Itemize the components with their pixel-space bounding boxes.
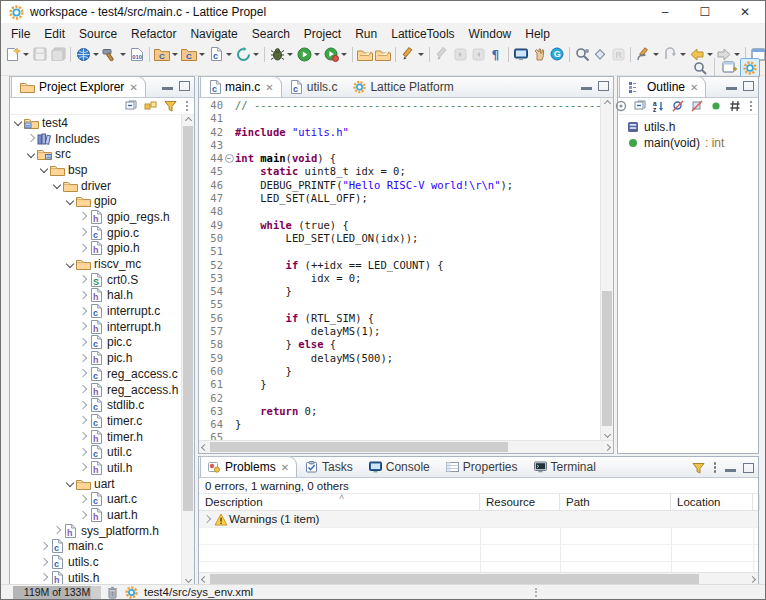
lattice-propel-perspective-button[interactable] — [740, 58, 760, 78]
chevron-right-icon[interactable] — [40, 542, 49, 551]
chevron-down-icon[interactable] — [40, 165, 49, 174]
maximize-view-icon[interactable] — [179, 81, 190, 91]
tree-item-interrupt.h[interactable]: hinterrupt.h — [10, 319, 181, 335]
dropdown-caret-icon[interactable] — [418, 53, 424, 56]
tree-item-uart.c[interactable]: cuart.c — [10, 492, 181, 508]
maximize-editor-icon[interactable] — [598, 81, 609, 91]
code-line[interactable]: 54 } — [199, 285, 600, 298]
dropdown-caret-icon[interactable] — [199, 53, 205, 56]
chevron-right-icon[interactable] — [79, 416, 88, 425]
view-menu-icon[interactable] — [184, 101, 191, 112]
dropdown-caret-icon[interactable] — [253, 53, 259, 56]
chevron-down-icon[interactable] — [66, 479, 75, 488]
debug-button[interactable] — [268, 45, 295, 63]
dropdown-caret-icon[interactable] — [734, 53, 740, 56]
menu-latticetools[interactable]: LatticeTools — [384, 25, 461, 43]
minimize-window-button[interactable]: – — [645, 1, 685, 23]
code-line[interactable]: 42#include "utils.h" — [199, 126, 600, 139]
close-icon[interactable]: ✕ — [281, 462, 289, 473]
build-binaries-button[interactable]: 010 — [128, 45, 146, 63]
pin-editor-button[interactable] — [530, 45, 548, 63]
menu-search[interactable]: Search — [245, 25, 297, 43]
minimize-view-icon[interactable] — [726, 82, 737, 90]
hide-static-icon[interactable] — [691, 98, 704, 114]
fold-marker-icon[interactable]: − — [223, 152, 235, 165]
profile-button[interactable] — [322, 45, 349, 63]
toggle-edit-mode-button[interactable] — [399, 45, 426, 63]
chevron-right-icon[interactable] — [79, 338, 88, 347]
tab-outline[interactable]: Outline ✕ — [619, 76, 706, 97]
view-tab-tasks[interactable]: Tasks — [297, 456, 361, 477]
tree-item-hal.h[interactable]: hhal.h — [10, 288, 181, 304]
menu-run[interactable]: Run — [348, 25, 384, 43]
dropdown-caret-icon[interactable] — [707, 53, 713, 56]
code-line[interactable]: 48 — [199, 205, 600, 218]
menu-edit[interactable]: Edit — [37, 25, 72, 43]
hide-fields-icon[interactable] — [672, 98, 685, 114]
problems-row-warnings[interactable]: Warnings (1 item) — [199, 511, 758, 528]
editor-tab-utils-c[interactable]: cutils.c — [282, 76, 346, 97]
code-line[interactable]: 43 — [199, 139, 600, 152]
tree-item-utils.c[interactable]: cutils.c — [10, 554, 181, 570]
view-menu-icon[interactable] — [748, 101, 755, 112]
chevron-right-icon[interactable] — [79, 463, 88, 472]
editor-tab-main-c[interactable]: cmain.c✕ — [200, 76, 282, 97]
new-cpp-project-button[interactable]: C — [180, 45, 207, 63]
code-line[interactable]: 50 LED_SET(LED_ON(idx)); — [199, 232, 600, 245]
chevron-down-icon[interactable] — [66, 260, 75, 269]
tree-item-pic.c[interactable]: cpic.c — [10, 335, 181, 351]
collapse-all-icon[interactable] — [634, 98, 647, 114]
open-file-button[interactable] — [374, 45, 392, 63]
tree-item-uart[interactable]: uart — [10, 476, 181, 492]
menu-project[interactable]: Project — [297, 25, 348, 43]
filter-hash-icon[interactable] — [729, 98, 742, 114]
code-line[interactable]: 41 — [199, 112, 600, 125]
code-line[interactable]: 57 delayMS(1); — [199, 325, 600, 338]
dropdown-caret-icon[interactable] — [23, 53, 29, 56]
tab-project-explorer[interactable]: Project Explorer ✕ — [11, 76, 146, 97]
column-header-description[interactable]: ˄Description — [199, 494, 480, 510]
filter-icon[interactable] — [164, 98, 178, 114]
chevron-right-icon[interactable] — [79, 369, 88, 378]
scroll-right-icon[interactable] — [602, 442, 613, 453]
chevron-right-icon[interactable] — [79, 212, 88, 221]
chevron-down-icon[interactable] — [14, 118, 23, 127]
project-tree-scrollbar[interactable] — [181, 115, 194, 585]
dropdown-caret-icon[interactable] — [287, 53, 293, 56]
scroll-down-icon[interactable] — [602, 429, 613, 440]
code-line[interactable]: 45 static uint8_t idx = 0; — [199, 165, 600, 178]
chevron-right-icon[interactable] — [79, 228, 88, 237]
menu-refactor[interactable]: Refactor — [124, 25, 183, 43]
chevron-right-icon[interactable] — [79, 322, 88, 331]
code-editor[interactable]: 40// -----------------------------------… — [199, 98, 600, 440]
collapse-all-icon[interactable] — [124, 98, 138, 114]
code-line[interactable]: 47 LED_SET(ALL_OFF); — [199, 192, 600, 205]
tree-item-main.c[interactable]: cmain.c — [10, 539, 181, 555]
code-line[interactable]: 64} — [199, 418, 600, 431]
tree-item-stdlib.c[interactable]: cstdlib.c — [10, 397, 181, 413]
dropdown-caret-icon[interactable] — [653, 53, 659, 56]
tree-item-pic.h[interactable]: hpic.h — [10, 350, 181, 366]
chevron-down-icon[interactable] — [27, 150, 36, 159]
tree-item-timer.c[interactable]: ctimer.c — [10, 413, 181, 429]
chevron-right-icon[interactable] — [40, 573, 49, 582]
code-line[interactable]: 56 if (RTL_SIM) { — [199, 312, 600, 325]
code-line[interactable]: 61 } — [199, 378, 600, 391]
view-tab-properties[interactable]: Properties — [438, 456, 526, 477]
chevron-right-icon[interactable] — [79, 401, 88, 410]
public-only-icon[interactable] — [710, 98, 723, 114]
tree-item-gpio_regs.h[interactable]: hgpio_regs.h — [10, 209, 181, 225]
code-line[interactable]: 59 delayMS(500); — [199, 352, 600, 365]
chevron-right-icon[interactable] — [40, 558, 49, 567]
focus-icon[interactable] — [615, 98, 628, 114]
chevron-right-icon[interactable] — [79, 275, 88, 284]
open-perspective-button[interactable] — [720, 59, 738, 77]
outline-item-main-void-[interactable]: main(void) : int — [618, 135, 758, 151]
chevron-down-icon[interactable] — [53, 181, 62, 190]
chevron-right-icon[interactable] — [79, 354, 88, 363]
new-c-source-file-button[interactable]: c — [207, 45, 234, 63]
launch-target-button[interactable] — [74, 45, 101, 63]
last-edit-location-button[interactable] — [634, 45, 661, 63]
menu-window[interactable]: Window — [462, 25, 519, 43]
tree-item-gpio[interactable]: gpio — [10, 193, 181, 209]
